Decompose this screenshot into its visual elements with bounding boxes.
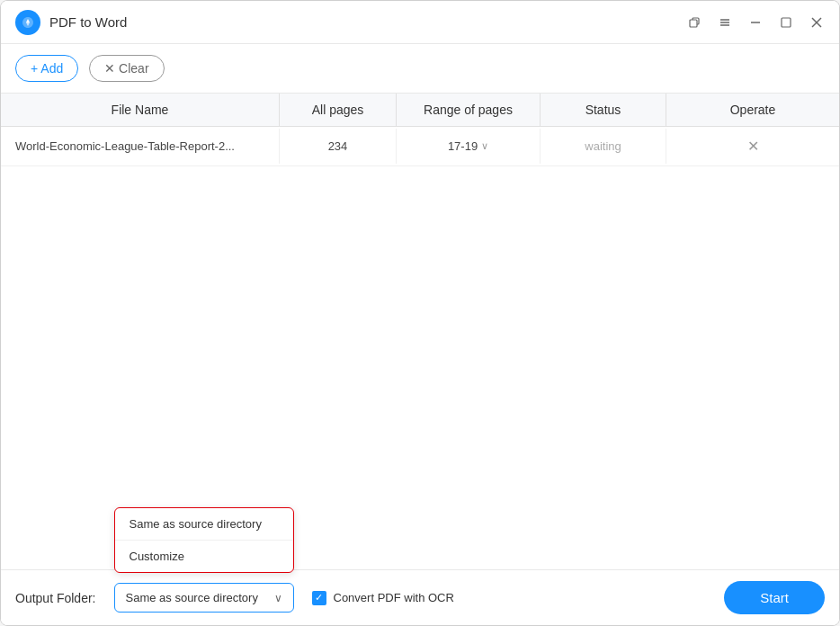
start-button[interactable]: Start: [724, 581, 825, 614]
dropdown-selected-value: Same as source directory: [126, 591, 258, 604]
cell-filename: World-Economic-League-Table-Report-2...: [1, 129, 280, 164]
toolbar: + Add ✕ Clear: [1, 44, 839, 94]
window-controls: [686, 14, 825, 31]
minimize-button[interactable]: [747, 14, 764, 31]
col-header-filename: File Name: [1, 94, 280, 126]
svg-rect-5: [782, 18, 791, 27]
output-folder-select[interactable]: Same as source directory ∨: [114, 583, 294, 613]
add-button[interactable]: + Add: [15, 55, 78, 82]
title-left: PDF to Word: [15, 10, 127, 35]
footer: Output Folder: Same as source directory …: [1, 569, 839, 625]
output-folder-dropdown-menu: Same as source directory Customize: [114, 507, 294, 573]
restore-button[interactable]: [686, 14, 702, 31]
cell-allpages: 234: [280, 129, 397, 164]
cell-operate: ✕: [666, 127, 839, 165]
title-bar: PDF to Word: [1, 1, 839, 44]
remove-row-button[interactable]: ✕: [747, 139, 759, 154]
output-folder-label: Output Folder:: [15, 591, 96, 605]
ocr-label: Convert PDF with OCR: [334, 591, 454, 604]
cell-status: waiting: [541, 129, 666, 164]
output-folder-dropdown-wrapper: Same as source directory Customize Same …: [114, 583, 294, 613]
app-icon: [15, 10, 40, 35]
col-header-operate: Operate: [666, 94, 839, 126]
ocr-section: ✓ Convert PDF with OCR: [312, 591, 454, 605]
dropdown-option-customize[interactable]: Customize: [115, 541, 293, 572]
col-header-range: Range of pages: [397, 94, 541, 126]
cell-range[interactable]: 17-19 ∨: [397, 129, 541, 164]
maximize-button[interactable]: [778, 14, 794, 31]
app-title: PDF to Word: [49, 14, 127, 30]
table-row: World-Economic-League-Table-Report-2... …: [1, 127, 839, 166]
dropdown-option-same[interactable]: Same as source directory: [115, 508, 293, 540]
dropdown-chevron-icon: ∨: [274, 592, 282, 604]
table-body: World-Economic-League-Table-Report-2... …: [1, 127, 839, 569]
ocr-checkbox[interactable]: ✓: [312, 591, 326, 605]
table-header: File Name All pages Range of pages Statu…: [1, 94, 839, 127]
svg-rect-0: [690, 20, 697, 27]
col-header-allpages: All pages: [280, 94, 397, 126]
menu-button[interactable]: [717, 14, 733, 31]
range-chevron-icon: ∨: [481, 140, 488, 152]
col-header-status: Status: [541, 94, 666, 126]
range-value: 17-19: [448, 139, 478, 153]
close-button[interactable]: [809, 14, 825, 31]
clear-button[interactable]: ✕ Clear: [89, 55, 164, 82]
app-window: PDF to Word: [0, 0, 840, 626]
